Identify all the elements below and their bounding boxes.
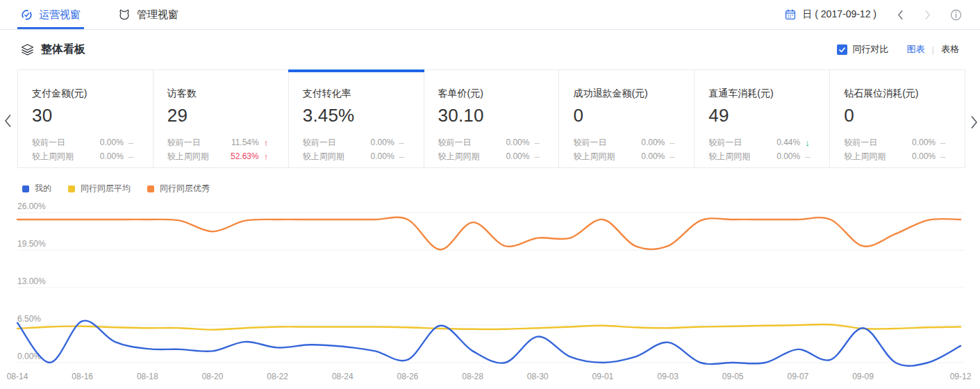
- trend-flat-icon: –: [399, 151, 410, 162]
- metric-compare-rows: 较前一日0.00%–较上周同期0.00%–: [844, 135, 951, 163]
- trend-flat-icon: –: [534, 138, 545, 148]
- metric-title: 支付金额(元): [32, 88, 139, 100]
- compare-row-value: 0.00%: [776, 151, 800, 161]
- metric-value: 0: [573, 105, 680, 126]
- compare-row-value: 0.00%: [506, 138, 529, 147]
- info-button[interactable]: [950, 9, 962, 21]
- compare-row-label: 较前一日: [708, 137, 742, 149]
- peer-compare-label[interactable]: 同行对比: [853, 43, 889, 56]
- compare-row: 较上周同期0.00%–: [438, 149, 545, 163]
- compare-row: 较上周同期0.00%–: [32, 149, 139, 163]
- metric-card-7[interactable]: 钻石展位消耗(元)0较前一日0.00%–较上周同期0.00%–: [830, 70, 965, 167]
- compare-row: 较前一日11.54%↑: [167, 135, 274, 149]
- topbar: 运营视窗 管理视窗: [0, 0, 980, 30]
- compare-row-value: 0.00%: [371, 151, 395, 161]
- compare-row-value: 0.00%: [912, 138, 936, 147]
- y-axis-label: 19.50%: [17, 239, 46, 249]
- x-axis-label: 09-01: [592, 372, 614, 381]
- x-axis-label: 08-28: [462, 372, 483, 381]
- metric-compare-rows: 较前一日0.00%–较上周同期0.00%–: [573, 135, 680, 163]
- compare-row: 较前一日0.00%–: [573, 135, 680, 149]
- compare-row: 较上周同期52.63%↑: [167, 149, 274, 163]
- y-axis-label: 6.50%: [17, 314, 41, 324]
- compare-row-label: 较上周同期: [32, 151, 74, 163]
- compare-row-value: 0.00%: [371, 138, 395, 147]
- metric-value: 30.10: [438, 105, 545, 126]
- x-axis-label: 09-03: [657, 372, 679, 381]
- metric-compare-rows: 较前一日0.44%↓较上周同期0.00%–: [708, 135, 815, 163]
- trend-down-icon: ↓: [805, 138, 815, 148]
- view-table-toggle[interactable]: 表格: [941, 43, 959, 56]
- metric-card-6[interactable]: 直通车消耗(元)49较前一日0.44%↓较上周同期0.00%–: [695, 70, 830, 167]
- line-series-同行同层优秀: [17, 217, 961, 249]
- compare-row: 较前一日0.00%–: [32, 135, 139, 149]
- y-axis-label: 13.00%: [17, 276, 46, 286]
- trend-flat-icon: –: [940, 151, 951, 162]
- trend-flat-icon: –: [128, 151, 139, 162]
- x-axis-label: 08-14: [7, 372, 28, 381]
- compare-row-value: 0.00%: [641, 151, 665, 161]
- trend-flat-icon: –: [670, 151, 680, 162]
- section-header: 整体看板: [21, 42, 85, 57]
- view-chart-toggle[interactable]: 图表: [907, 43, 925, 56]
- topbar-right: 日 ( 2017-09-12 ): [785, 8, 962, 21]
- metric-value: 29: [167, 105, 274, 126]
- compare-row-label: 较上周同期: [844, 151, 886, 163]
- trend-flat-icon: –: [805, 151, 815, 162]
- metric-title: 钻石展位消耗(元): [844, 88, 951, 100]
- compare-row-value: 0.44%: [776, 138, 800, 147]
- next-day-button[interactable]: [924, 10, 931, 20]
- metric-card-5[interactable]: 成功退款金额(元)0较前一日0.00%–较上周同期0.00%–: [559, 70, 695, 167]
- legend-item-1[interactable]: 我的: [22, 183, 51, 194]
- x-axis-label: 08-24: [332, 372, 354, 381]
- chevron-right-icon: [924, 10, 931, 20]
- section-bar: 整体看板 同行对比 图表 | 表格: [0, 29, 980, 69]
- trend-flat-icon: –: [670, 138, 680, 148]
- compare-row-label: 较上周同期: [708, 151, 750, 163]
- metric-compare-rows: 较前一日0.00%–较上周同期0.00%–: [438, 135, 545, 163]
- metric-card-2[interactable]: 访客数29较前一日11.54%↑较上周同期52.63%↑: [153, 70, 289, 167]
- metric-compare-rows: 较前一日0.00%–较上周同期0.00%–: [303, 135, 410, 163]
- trend-line-chart[interactable]: 0.00%6.50%13.00%19.50%26.00%08-1408-1608…: [0, 200, 980, 389]
- compare-row: 较前一日0.00%–: [438, 135, 545, 149]
- metric-card-1[interactable]: 支付金额(元)30较前一日0.00%–较上周同期0.00%–: [18, 70, 153, 167]
- compare-row-value: 0.00%: [100, 151, 124, 161]
- check-icon: [838, 46, 846, 53]
- x-axis-label: 09-12: [950, 372, 972, 381]
- metric-card-4[interactable]: 客单价(元)30.10较前一日0.00%–较上周同期0.00%–: [424, 70, 560, 167]
- x-axis-label: 08-16: [72, 372, 93, 381]
- metric-title: 支付转化率: [303, 88, 410, 100]
- chevron-left-icon: [4, 114, 12, 128]
- tmall-cat-icon: [118, 9, 131, 20]
- y-axis-label: 26.00%: [17, 201, 46, 211]
- compare-row-label: 较前一日: [303, 137, 336, 149]
- peer-compare-checkbox[interactable]: [837, 44, 847, 55]
- compare-row-label: 较前一日: [167, 137, 201, 149]
- metric-title: 成功退款金额(元): [573, 88, 680, 100]
- prev-day-button[interactable]: [897, 10, 904, 20]
- cards-scroll-left-button[interactable]: [4, 114, 12, 131]
- tab-management-view[interactable]: 管理视窗: [118, 0, 178, 29]
- layers-icon: [21, 44, 34, 56]
- x-axis-label: 08-26: [397, 372, 419, 381]
- tab-operation-view[interactable]: 运营视窗: [21, 0, 81, 29]
- x-axis-label: 08-22: [267, 372, 288, 381]
- compare-row: 较前一日0.44%↓: [708, 135, 815, 149]
- compare-row: 较前一日0.00%–: [303, 135, 410, 149]
- legend-swatch: [147, 185, 154, 192]
- compare-row: 较上周同期0.00%–: [573, 149, 680, 163]
- chart-legend: 我的同行同层平均同行同层优秀: [22, 183, 210, 194]
- compare-row-label: 较上周同期: [573, 151, 615, 163]
- shield-icon: [21, 9, 33, 21]
- metric-title: 直通车消耗(元): [708, 88, 815, 100]
- x-axis-label: 09-05: [722, 372, 744, 381]
- legend-item-3[interactable]: 同行同层优秀: [147, 183, 210, 194]
- metric-card-3[interactable]: 支付转化率3.45%较前一日0.00%–较上周同期0.00%–: [289, 70, 424, 167]
- date-picker[interactable]: 日 ( 2017-09-12 ): [785, 8, 877, 21]
- legend-item-2[interactable]: 同行同层平均: [68, 183, 131, 194]
- compare-row: 较前一日0.00%–: [844, 135, 951, 149]
- cards-scroll-right-button[interactable]: [970, 115, 978, 132]
- compare-row-label: 较前一日: [32, 137, 65, 149]
- x-axis-label: 08-30: [527, 372, 549, 381]
- trend-flat-icon: –: [128, 138, 139, 148]
